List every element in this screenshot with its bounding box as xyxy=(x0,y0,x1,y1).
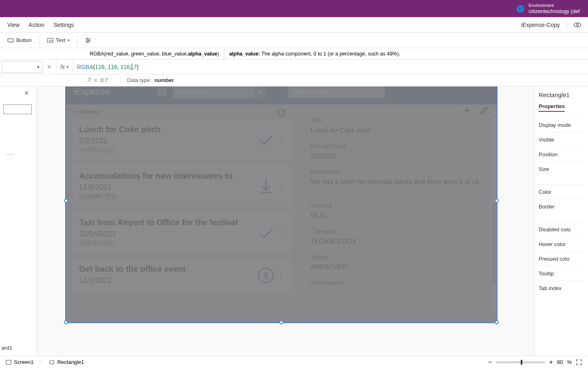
breadcrumb-screen[interactable]: Screen1 xyxy=(6,359,33,365)
chevron-down-icon: ▾ xyxy=(75,110,77,114)
detail-value: Lunch for Coke pitch xyxy=(311,127,489,134)
prop-row[interactable]: Size xyxy=(539,162,584,176)
prop-row[interactable]: Display mode xyxy=(539,117,584,132)
prop-row[interactable]: Border xyxy=(539,199,584,214)
detail-value: 2/2/2022 xyxy=(311,153,489,160)
text-label: Text xyxy=(56,37,66,43)
menu-settings[interactable]: Settings xyxy=(53,22,74,28)
download-icon xyxy=(257,177,275,195)
zoom-slider[interactable] xyxy=(496,361,545,363)
item-date: 12/14/2021 xyxy=(79,230,285,238)
dollar-icon: $ xyxy=(257,266,275,284)
tree-search-input[interactable] xyxy=(3,104,32,114)
chevron-right-icon[interactable]: 〉 xyxy=(279,227,287,238)
scrollbar[interactable]: ▲ ▼ xyxy=(491,113,497,318)
plus-icon[interactable] xyxy=(462,106,471,115)
zoom-control: − + 80 % xyxy=(488,359,582,366)
svg-rect-16 xyxy=(6,360,11,364)
prop-row[interactable]: Tooltip xyxy=(539,266,584,281)
zoom-out-button[interactable]: − xyxy=(488,359,492,366)
chevron-right-icon[interactable]: 〉 xyxy=(279,181,287,192)
text-insert[interactable]: Abc Text ▾ xyxy=(43,35,74,45)
properties-icon[interactable] xyxy=(81,36,95,45)
list-item[interactable]: Taxi from Airport to Office for the fest… xyxy=(72,212,293,253)
tab-properties[interactable]: Properties xyxy=(539,103,565,112)
tree-item-label[interactable]: ard1 xyxy=(2,345,12,351)
resize-handle[interactable] xyxy=(495,199,499,203)
prop-row[interactable]: Position xyxy=(539,147,584,162)
list-item[interactable]: Accomodations for new interviewees to 11… xyxy=(72,166,293,206)
item-date: 2/2/2022 xyxy=(79,137,285,145)
prop-row[interactable]: Tab index xyxy=(539,281,584,295)
fx-button[interactable]: fx ▾ xyxy=(56,60,73,74)
chevron-right-icon: 〉 xyxy=(39,359,43,365)
resize-handle[interactable] xyxy=(64,199,68,203)
chevron-right-icon[interactable]: 〉 xyxy=(279,134,287,145)
prop-row[interactable]: Disabled colo xyxy=(539,222,584,237)
item-title: Get back to the office event xyxy=(79,264,285,274)
formula-input[interactable]: RGBA(116, 116, 116,.7) xyxy=(73,64,588,70)
selection-rectangle[interactable]: iExpense APPROVED ▾ Search for title ⚠ xyxy=(66,86,497,322)
svg-rect-17 xyxy=(50,361,54,364)
edit-icon[interactable] xyxy=(480,106,489,115)
resize-handle[interactable] xyxy=(495,320,499,324)
resize-handle[interactable] xyxy=(279,320,283,324)
detail-value: TECHNOLOGY xyxy=(311,238,489,245)
svg-point-9 xyxy=(88,40,90,41)
button-insert[interactable]: Button xyxy=(3,35,36,45)
scroll-thumb[interactable] xyxy=(492,202,496,284)
app-header: iExpense APPROVED ▾ Search for title xyxy=(66,86,497,104)
tree-view-panel: ✕ ··· ard1 xyxy=(0,86,37,356)
breadcrumb-rectangle[interactable]: Rectangle1 xyxy=(49,359,84,365)
selected-element-name: Rectangle1 xyxy=(539,91,584,98)
button-icon xyxy=(7,37,14,44)
chevron-down-icon: ▾ xyxy=(37,64,40,70)
canvas[interactable]: iExpense APPROVED ▾ Search for title ⚠ xyxy=(37,86,534,356)
item-title: Lunch for Coke pitch xyxy=(79,125,285,134)
chevron-down-icon: ▾ xyxy=(68,38,70,42)
svg-rect-2 xyxy=(8,39,13,42)
item-status: APPROVED xyxy=(79,240,285,247)
environment-label: Environment xyxy=(528,3,580,8)
refresh-icon[interactable] xyxy=(276,108,286,117)
menubar: View Action Settings iExpense-Copy xyxy=(0,17,588,33)
scroll-up-icon[interactable]: ▲ xyxy=(492,113,496,117)
file-name: iExpense-Copy xyxy=(521,22,560,28)
menu-action[interactable]: Action xyxy=(29,22,44,28)
check-icon xyxy=(257,224,275,242)
zoom-value: 80 xyxy=(557,359,563,365)
list-item[interactable]: Get back to the office event 11/1/2021 $… xyxy=(72,259,293,292)
chevron-right-icon[interactable]: 〉 xyxy=(279,270,287,281)
prop-row[interactable]: Color xyxy=(539,184,584,199)
svg-text:Abc: Abc xyxy=(49,39,53,42)
properties-panel: Rectangle1 Properties Display mode Visib… xyxy=(534,86,588,356)
formula-bar: ▾ = fx ▾ RGBA(116, 116, 116,.7) xyxy=(0,60,588,74)
checkbox[interactable] xyxy=(158,88,166,96)
detail-panel: Title Lunch for Coke pitch Receipt Date … xyxy=(298,104,497,322)
menu-view[interactable]: View xyxy=(7,22,20,28)
prop-row[interactable]: Pressed colo xyxy=(539,251,584,266)
globe-icon: 🌐 xyxy=(516,5,524,13)
formula-result-bar: .7 = 0.7 Data type: number xyxy=(0,74,588,86)
item-status: APPROVED xyxy=(79,147,285,154)
search-input[interactable]: Search for title xyxy=(287,86,385,98)
formula-signature: RGBA(red_value, green_value, blue_value,… xyxy=(85,48,224,59)
close-icon[interactable]: ✕ xyxy=(3,90,33,96)
property-dropdown[interactable]: ▾ xyxy=(2,61,42,73)
svg-point-8 xyxy=(86,38,88,39)
scroll-down-icon[interactable]: ▼ xyxy=(492,313,496,318)
status-dropdown[interactable]: APPROVED ▾ xyxy=(172,86,266,98)
detail-label: Receipt Date xyxy=(311,142,489,149)
fit-icon[interactable] xyxy=(576,359,582,366)
item-status: SUBMITTED xyxy=(79,193,285,201)
resize-handle[interactable] xyxy=(64,320,68,324)
app-checker-icon[interactable] xyxy=(573,21,581,29)
list-item[interactable]: Lunch for Coke pitch 2/2/2022 APPROVED 〉 xyxy=(72,119,293,160)
zoom-in-button[interactable]: + xyxy=(549,359,553,366)
detail-label: Description xyxy=(311,168,489,175)
app-title: iExpense xyxy=(73,86,111,97)
equals-sign: = xyxy=(42,63,56,70)
prop-row[interactable]: Hover color xyxy=(539,237,584,251)
prop-row[interactable]: Visible xyxy=(539,132,584,147)
more-icon[interactable]: ··· xyxy=(3,149,17,160)
